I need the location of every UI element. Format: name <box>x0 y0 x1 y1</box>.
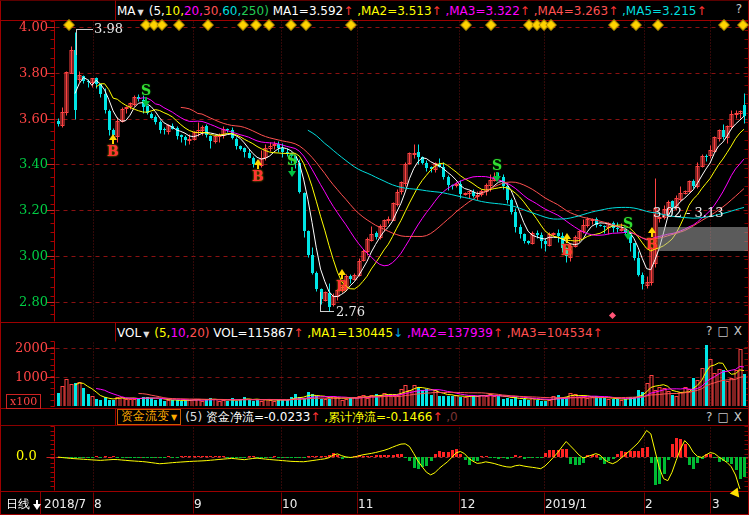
buy-signal-marker: B <box>251 159 265 183</box>
chevron-down-icon: ▼ <box>138 8 144 17</box>
maximize-icon[interactable]: □ <box>717 324 728 338</box>
buy-signal-marker: B <box>645 227 659 251</box>
date-label: 10 <box>282 497 297 511</box>
annotation-line <box>320 292 321 311</box>
trend-up-arrow-icon: ↑ <box>310 410 320 424</box>
close-icon[interactable]: X <box>734 410 742 424</box>
chart-window: MA▼ (5,10,20,30,60,250) MA1=3.592↑ ,MA2=… <box>0 0 749 515</box>
price-tick-label: 3.20 <box>10 202 48 217</box>
buy-signal-marker: B <box>335 269 349 293</box>
vol-indicator-dropdown[interactable]: VOL▼ <box>117 326 149 340</box>
period-label: 日线 <box>6 497 30 511</box>
close-icon[interactable]: X <box>734 324 742 338</box>
panel-icons: ?□X <box>701 410 742 424</box>
volume-unit-label: x100 <box>6 394 41 409</box>
buy-signal-marker: B <box>106 134 120 158</box>
date-label: 2018/7 <box>44 497 86 511</box>
indicator-value-text: (5) <box>185 410 206 424</box>
date-label: 9 <box>194 497 202 511</box>
trend-up-arrow-icon: ↑ <box>432 410 442 424</box>
high-price-annotation: 3.98 <box>94 21 123 36</box>
low-price-annotation: 2.76 <box>336 304 365 319</box>
trend-up-arrow-icon: ↑ <box>493 326 503 340</box>
flow-zero-label: 0.0 <box>16 448 37 463</box>
arrow-down-icon <box>621 230 635 240</box>
indicator-value-text: ,MA3=104534 <box>503 326 593 340</box>
date-label: 2 <box>645 497 653 511</box>
volume-tick-label: 1000 <box>10 369 48 384</box>
trend-up-arrow-icon: ↑ <box>293 326 303 340</box>
sell-signal-marker: S <box>285 153 299 177</box>
flow-indicator-header: 资金流变▼ (5) 资金净流=-0.0233↑ ,累计净流=-0.1466↑ ,… <box>117 409 747 425</box>
trend-up-arrow-icon: ↑ <box>343 4 353 18</box>
chart-canvas[interactable] <box>0 0 749 515</box>
trend-up-arrow-icon: ↑ <box>520 4 530 18</box>
help-icon[interactable]: ? <box>736 2 742 16</box>
indicator-value-text: ,MA3=3.322 <box>442 4 520 18</box>
help-icon[interactable]: ? <box>706 410 712 424</box>
price-tick-label: 3.00 <box>10 248 48 263</box>
indicator-value-text: (5, <box>149 4 165 18</box>
price-tick-label: 3.60 <box>10 111 48 126</box>
price-range-label: 3.02 - 3.13 <box>653 205 724 220</box>
sell-letter: S <box>285 153 299 167</box>
flow-indicator-dropdown[interactable]: 资金流变▼ <box>117 409 181 425</box>
trend-up-arrow-icon: ↑ <box>432 4 442 18</box>
price-tick-label: 3.80 <box>10 65 48 80</box>
arrow-down-icon <box>33 500 41 510</box>
volume-tick-label: 2000 <box>10 340 48 355</box>
price-tick-label: 2.80 <box>10 294 48 309</box>
trend-up-arrow-icon: ↑ <box>608 4 618 18</box>
flow-values-text: (5) 资金净流=-0.0233↑ ,累计净流=-0.1466↑ ,0 <box>185 409 458 426</box>
flow-indicator-label: 资金流变 <box>121 409 169 423</box>
indicator-value-text: 10, <box>165 4 184 18</box>
annotation-line <box>76 29 93 30</box>
sell-letter: S <box>139 83 153 97</box>
arrow-down-icon <box>139 97 153 107</box>
sell-letter: S <box>621 216 635 230</box>
arrow-down-icon <box>285 167 299 177</box>
indicator-value-text: ,MA1=130445 <box>303 326 393 340</box>
vol-indicator-label: VOL <box>117 326 141 340</box>
buy-letter: B <box>335 279 349 293</box>
date-label: 12 <box>460 497 475 511</box>
ma-values-text: (5,10,20,30,60,250) MA1=3.592↑ ,MA2=3.51… <box>149 4 707 18</box>
indicator-value-text: 60, <box>222 4 241 18</box>
annotation-line <box>320 311 334 312</box>
annotation-line <box>76 29 77 55</box>
help-icon[interactable]: ? <box>706 324 712 338</box>
ma-indicator-label: MA <box>117 4 136 18</box>
panel-icons: ? <box>731 2 742 16</box>
indicator-value-text: ,MA5=3.215 <box>618 4 696 18</box>
sell-letter: S <box>490 158 504 172</box>
indicator-value-text: VOL=115867 <box>209 326 293 340</box>
indicator-value-text: (5, <box>154 326 170 340</box>
indicator-value-text: ,MA4=3.263 <box>530 4 608 18</box>
indicator-value-text: 250) <box>241 4 269 18</box>
indicator-value-text: ,MA2=3.513 <box>353 4 431 18</box>
indicator-value-text: 20, <box>184 4 203 18</box>
buy-signal-marker: B <box>560 233 574 257</box>
vol-values-text: (5,10,20) VOL=115867↑ ,MA1=130445↓ ,MA2=… <box>154 326 602 340</box>
buy-letter: B <box>106 144 120 158</box>
sell-signal-marker: S <box>139 83 153 107</box>
time-axis-bar: 日线 <box>0 491 749 515</box>
buy-letter: B <box>560 243 574 257</box>
indicator-value-text: ,0 <box>442 410 457 424</box>
sell-signal-marker: S <box>490 158 504 182</box>
indicator-value-text: 20) <box>190 326 210 340</box>
maximize-icon[interactable]: □ <box>717 410 728 424</box>
date-label: 11 <box>358 497 373 511</box>
trend-up-arrow-icon: ↑ <box>696 4 706 18</box>
period-selector[interactable]: 日线 <box>6 496 41 513</box>
indicator-value-text: MA1=3.592 <box>269 4 343 18</box>
indicator-value-text: ,MA2=137939 <box>403 326 493 340</box>
indicator-value-text: 资金净流=-0.0233 <box>206 410 310 424</box>
indicator-value-text: 10, <box>170 326 189 340</box>
ma-indicator-dropdown[interactable]: MA▼ <box>117 4 144 18</box>
trend-down-arrow-icon: ↓ <box>393 326 403 340</box>
chevron-down-icon: ▼ <box>171 413 177 422</box>
chevron-down-icon: ▼ <box>143 330 149 339</box>
indicator-value-text: ,累计净流=-0.1466 <box>320 410 432 424</box>
date-label: 3 <box>712 497 720 511</box>
